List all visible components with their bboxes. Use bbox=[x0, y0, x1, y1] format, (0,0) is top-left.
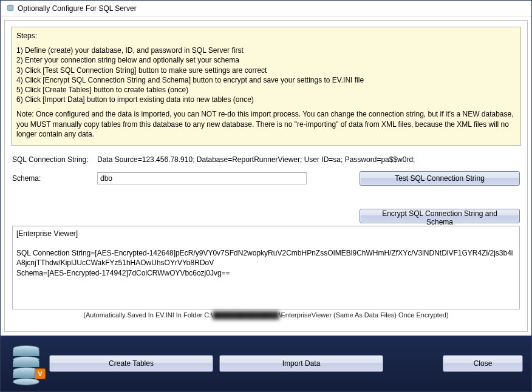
step-line: 1) Define (create) your database, ID, an… bbox=[16, 46, 516, 55]
close-button[interactable]: Close bbox=[443, 355, 523, 372]
saved-note-suffix: \EnterpriseViewer (Same As Data Files) O… bbox=[279, 311, 448, 319]
content-panel: Steps: 1) Define (create) your database,… bbox=[4, 20, 528, 332]
encrypt-row: Encrypt SQL Connection String and Schema bbox=[12, 209, 520, 223]
db-badge-icon: V bbox=[35, 368, 46, 379]
saved-note: (Automatically Saved In EV.INI In Folder… bbox=[12, 311, 520, 319]
titlebar: Optionally Configure For SQL Server bbox=[1, 1, 531, 16]
sql-connection-input[interactable] bbox=[97, 154, 520, 165]
steps-box: Steps: 1) Define (create) your database,… bbox=[11, 27, 521, 146]
saved-note-prefix: (Automatically Saved In EV.INI In Folder… bbox=[83, 311, 213, 319]
step-line: 5) Click [Create Tables] button to creat… bbox=[16, 85, 516, 95]
create-tables-button[interactable]: Create Tables bbox=[49, 355, 213, 372]
window-title: Optionally Configure For SQL Server bbox=[18, 4, 137, 13]
steps-heading: Steps: bbox=[16, 31, 516, 41]
step-line: 2) Enter your connection string below an… bbox=[16, 55, 516, 65]
form-area: SQL Connection String: Schema: Test SQL … bbox=[11, 150, 521, 322]
schema-label: Schema: bbox=[12, 174, 91, 183]
conn-row: SQL Connection String: bbox=[12, 154, 520, 165]
step-line: 3) Click [Test SQL Connection String] bu… bbox=[16, 66, 516, 75]
step-line: 6) Click [Import Data] button to import … bbox=[16, 95, 516, 104]
test-connection-button[interactable]: Test SQL Connection String bbox=[360, 171, 520, 186]
saved-note-blurred-path: ██████████████ bbox=[213, 311, 279, 319]
steps-note: Note: Once configured and the data is im… bbox=[16, 109, 516, 139]
conn-label: SQL Connection String: bbox=[12, 155, 91, 164]
schema-input[interactable] bbox=[97, 172, 307, 184]
window: Optionally Configure For SQL Server Step… bbox=[0, 0, 532, 392]
import-data-button[interactable]: Import Data bbox=[219, 355, 383, 372]
footer-bar: V Create Tables Import Data Close bbox=[1, 336, 531, 391]
log-textarea[interactable]: [Enterprise Viewer] SQL Connection Strin… bbox=[12, 226, 520, 309]
database-icon: V bbox=[9, 344, 43, 383]
step-line: 4) Click [Encrypt SQL Connection String … bbox=[16, 75, 516, 85]
schema-row: Schema: Test SQL Connection String bbox=[12, 171, 520, 186]
encrypt-button[interactable]: Encrypt SQL Connection String and Schema bbox=[360, 209, 520, 223]
app-icon bbox=[5, 4, 15, 13]
